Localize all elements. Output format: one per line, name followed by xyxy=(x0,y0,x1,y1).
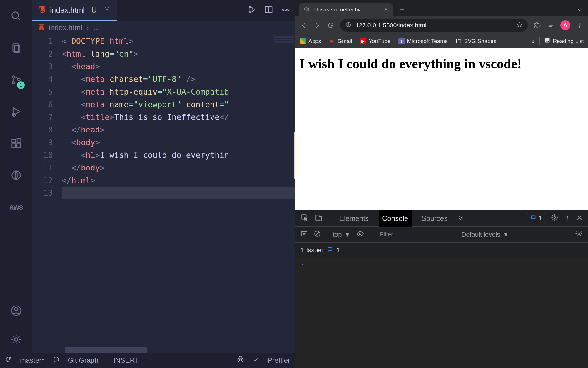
gear-icon[interactable] xyxy=(575,230,583,239)
info-icon[interactable] xyxy=(345,22,351,29)
tab-actions xyxy=(247,0,290,21)
media-icon[interactable] xyxy=(547,21,555,29)
sync-icon[interactable] xyxy=(53,356,60,365)
close-icon[interactable] xyxy=(104,6,110,14)
split-editor-icon[interactable] xyxy=(264,5,273,15)
compare-icon[interactable] xyxy=(247,5,256,15)
avatar[interactable]: A xyxy=(560,20,570,30)
page-heading: I wish I could do everything in vscode! xyxy=(300,56,584,72)
gear-icon[interactable] xyxy=(551,214,559,223)
svg-point-65 xyxy=(359,233,361,235)
minimap[interactable] xyxy=(274,36,294,59)
eye-icon[interactable] xyxy=(356,230,364,239)
tab-console[interactable]: Console xyxy=(379,210,412,227)
issues-pill[interactable]: 1 xyxy=(527,213,545,223)
run-debug-icon[interactable] xyxy=(9,104,24,119)
svg-point-46 xyxy=(579,25,580,26)
close-icon[interactable] xyxy=(576,214,583,223)
chat-icon xyxy=(327,246,333,254)
svg-marker-41 xyxy=(517,22,522,27)
svg-point-47 xyxy=(579,26,580,27)
aws-icon[interactable]: aws xyxy=(9,200,24,214)
chat-icon xyxy=(530,215,536,222)
browser-tab[interactable]: This is so Ineffective xyxy=(299,3,393,16)
inspect-icon[interactable] xyxy=(301,214,308,223)
chevron-down-icon[interactable] xyxy=(577,7,583,14)
svg-rect-30 xyxy=(238,358,243,362)
reading-list-button[interactable]: Reading List xyxy=(544,37,584,45)
activity-bar: 1 aws xyxy=(0,0,32,353)
context-selector[interactable]: top ▼ xyxy=(333,231,350,238)
svg-point-32 xyxy=(241,359,242,360)
status-git-graph[interactable]: Git Graph xyxy=(68,356,98,364)
code-editor[interactable]: 1 2 3 4 5 6 7 8 9 10 11 12 13 <!DOCTYPE … xyxy=(32,35,295,353)
chevron-right-icon: › xyxy=(86,24,89,32)
reload-button[interactable] xyxy=(327,21,335,29)
breadcrumb-more: … xyxy=(93,24,100,32)
breadcrumb-filename: index.html xyxy=(49,24,82,32)
browser-toolbar: 127.0.0.1:5500/index.html A xyxy=(295,16,588,34)
breadcrumb[interactable]: index.html › … xyxy=(32,21,295,35)
svg-rect-9 xyxy=(12,139,16,143)
forward-button[interactable] xyxy=(313,21,321,29)
more-icon[interactable] xyxy=(281,5,290,15)
tab-sources[interactable]: Sources xyxy=(418,210,451,227)
issues-label: 1 Issue: xyxy=(301,246,323,254)
extensions-icon[interactable] xyxy=(533,21,542,29)
search-icon[interactable] xyxy=(9,9,24,24)
tree-icon[interactable] xyxy=(9,168,24,183)
globe-icon xyxy=(304,6,310,14)
branch-icon[interactable] xyxy=(5,356,12,364)
more-tabs-icon[interactable] xyxy=(457,214,464,223)
gear-icon[interactable] xyxy=(9,332,24,347)
issues-bar[interactable]: 1 Issue: 1 xyxy=(295,243,588,258)
status-prettier[interactable]: Prettier xyxy=(268,356,290,364)
browser-tab-strip: This is so Ineffective xyxy=(295,0,588,16)
svg-point-29 xyxy=(9,357,11,359)
svg-point-45 xyxy=(579,23,580,24)
menu-icon[interactable] xyxy=(576,21,584,29)
bookmark-gmail[interactable]: MGmail xyxy=(329,38,352,44)
divider xyxy=(539,37,540,45)
svg-marker-62 xyxy=(304,233,305,235)
source-control-icon[interactable]: 1 xyxy=(9,72,24,87)
extensions-icon[interactable] xyxy=(9,136,24,151)
account-icon[interactable] xyxy=(9,303,24,318)
svg-point-13 xyxy=(12,171,21,180)
bookmark-youtube[interactable]: ▶YouTube xyxy=(360,38,391,44)
code-content[interactable]: <!DOCTYPE html> <html lang="en"> <head> … xyxy=(62,35,295,353)
tab-elements[interactable]: Elements xyxy=(336,210,372,227)
change-marker xyxy=(294,132,295,179)
bookmark-svg[interactable]: SVG Shapes xyxy=(455,38,497,44)
editor-tab-bar: index.html U xyxy=(32,0,295,21)
device-toggle-icon[interactable] xyxy=(315,214,323,223)
svg-point-57 xyxy=(567,217,568,218)
scrollbar-horizontal[interactable] xyxy=(65,347,147,353)
close-icon[interactable] xyxy=(384,6,388,13)
address-bar[interactable]: 127.0.0.1:5500/index.html xyxy=(340,19,528,32)
status-branch[interactable]: master* xyxy=(20,356,44,364)
bookmark-apps[interactable]: Apps xyxy=(300,38,321,44)
new-tab-button[interactable] xyxy=(396,4,408,16)
star-icon[interactable] xyxy=(516,21,523,29)
explorer-icon[interactable] xyxy=(9,41,24,55)
svg-rect-10 xyxy=(12,144,16,148)
svg-point-31 xyxy=(239,359,240,360)
browser-window: This is so Ineffective 127.0.0.1:5500/in… xyxy=(295,0,588,368)
back-button[interactable] xyxy=(300,21,308,29)
console-toolbar: top ▼ Default levels ▼ xyxy=(295,227,588,243)
bookmark-teams[interactable]: TMicrosoft Teams xyxy=(398,38,448,44)
clear-icon[interactable] xyxy=(314,230,321,239)
kebab-icon[interactable] xyxy=(564,214,570,223)
filter-input[interactable] xyxy=(376,229,455,240)
bookmarks-more[interactable]: » xyxy=(532,38,535,44)
levels-selector[interactable]: Default levels ▼ xyxy=(461,231,509,238)
svg-point-55 xyxy=(554,216,556,218)
console-output[interactable]: › xyxy=(295,258,588,368)
svg-point-24 xyxy=(283,9,284,11)
copilot-icon[interactable] xyxy=(236,355,245,365)
svg-line-1 xyxy=(18,18,20,20)
editor-tab[interactable]: index.html U xyxy=(32,0,117,21)
console-prompt: › xyxy=(301,261,304,268)
play-icon[interactable] xyxy=(301,230,308,239)
